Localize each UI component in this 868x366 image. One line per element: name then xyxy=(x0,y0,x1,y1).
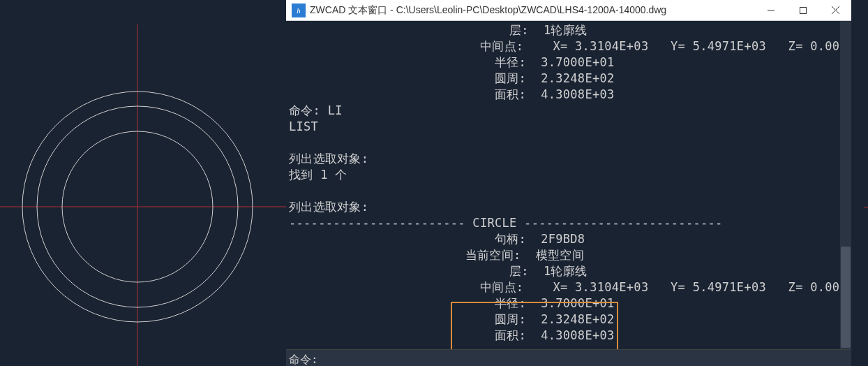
console-line: 列出选取对象: xyxy=(289,151,848,167)
console-line: 当前空间: 模型空间 xyxy=(289,247,848,263)
minimize-button[interactable] xyxy=(755,0,787,20)
app-icon: h xyxy=(292,3,306,17)
console-line xyxy=(289,183,848,199)
console-output[interactable]: 层: 1轮廓线 中间点: X= 3.3104E+03 Y= 5.4971E+03… xyxy=(286,21,851,366)
titlebar[interactable]: h ZWCAD 文本窗口 - C:\Users\Leolin-PC\Deskto… xyxy=(286,0,851,21)
close-icon xyxy=(832,6,839,14)
scrollbar-thumb[interactable] xyxy=(841,247,851,348)
command-bar: 命令: xyxy=(286,349,851,366)
console-line: 层: 1轮廓线 xyxy=(289,22,848,38)
console-line: 面积: 4.3008E+03 xyxy=(289,328,848,344)
command-input[interactable] xyxy=(324,353,813,366)
minimize-icon xyxy=(768,7,775,14)
svg-rect-1 xyxy=(800,7,807,13)
maximize-icon xyxy=(800,7,807,14)
console-line: 圆周: 2.3248E+02 xyxy=(289,71,848,87)
maximize-button[interactable] xyxy=(787,0,819,20)
console-line: 列出选取对象: xyxy=(289,199,848,215)
console-line: 句柄: 2F9BD8 xyxy=(289,231,848,247)
console-line: 命令: LI xyxy=(289,103,848,119)
console-line: LIST xyxy=(289,119,848,135)
titlebar-buttons xyxy=(755,0,851,20)
console-line: 中间点: X= 3.3104E+03 Y= 5.4971E+03 Z= 0.00… xyxy=(289,279,848,295)
console-line: 半径: 3.7000E+01 xyxy=(289,295,848,312)
console-line: 找到 1 个 xyxy=(289,167,848,183)
console-line: 层: 1轮廓线 xyxy=(289,263,848,279)
crosshair-right-segment xyxy=(864,207,868,207)
console-line: ------------------------ CIRCLE --------… xyxy=(289,215,848,231)
command-label: 命令: xyxy=(289,353,318,366)
console-line xyxy=(289,135,848,151)
console-line: 圆周: 2.3248E+02 xyxy=(289,312,848,328)
cad-drawing-area[interactable] xyxy=(0,0,286,366)
window-title: ZWCAD 文本窗口 - C:\Users\Leolin-PC\Desktop\… xyxy=(310,4,755,17)
console-line: 中间点: X= 3.3104E+03 Y= 5.4971E+03 Z= 0.00… xyxy=(289,38,848,54)
text-window: h ZWCAD 文本窗口 - C:\Users\Leolin-PC\Deskto… xyxy=(286,0,851,366)
console-line: 面积: 4.3008E+03 xyxy=(289,87,848,103)
console-line: 半径: 3.7000E+01 xyxy=(289,54,848,71)
cad-canvas xyxy=(0,0,286,366)
right-edge-strip xyxy=(864,0,868,366)
close-button[interactable] xyxy=(819,0,851,20)
scrollbar[interactable] xyxy=(840,21,851,349)
